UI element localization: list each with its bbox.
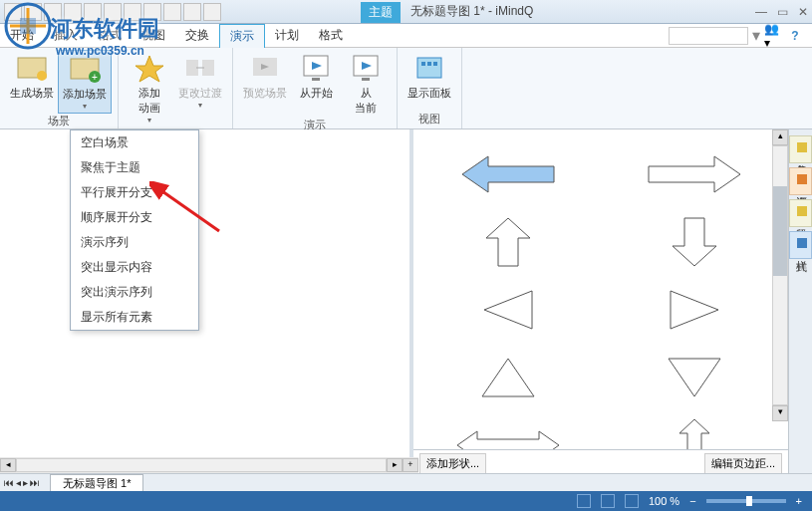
- zoom-level[interactable]: 100 %: [649, 495, 679, 507]
- transition-icon: [184, 52, 216, 84]
- svg-rect-18: [417, 58, 441, 78]
- side-panel-tabs: 任务信息 资源库 注释 样式: [788, 129, 812, 477]
- maximize-button[interactable]: ▭: [777, 5, 788, 19]
- svg-marker-27: [484, 291, 532, 329]
- view-mode-2-icon[interactable]: [601, 494, 615, 508]
- add-animation-button[interactable]: 添加 动画 ▾: [125, 50, 174, 127]
- shapes-vscrollbar[interactable]: ▴▾: [772, 129, 788, 421]
- qat-print-icon[interactable]: [64, 3, 82, 21]
- tab-view[interactable]: 视图: [132, 24, 175, 47]
- document-tab[interactable]: 无标题导图 1*: [50, 474, 143, 492]
- shape-arrow-right[interactable]: [616, 145, 772, 203]
- from-current-button[interactable]: 从 当前: [341, 50, 391, 118]
- style-dropdown-icon[interactable]: 👥▾: [764, 27, 782, 45]
- svg-rect-17: [362, 78, 370, 81]
- qat-icon-8[interactable]: [143, 3, 161, 21]
- context-tab-theme[interactable]: 主题: [361, 2, 401, 23]
- shape-triangle-right[interactable]: [616, 281, 772, 339]
- qat-undo-icon[interactable]: [84, 3, 102, 21]
- tab-nav-prev[interactable]: ◂: [16, 477, 21, 488]
- add-shape-button[interactable]: 添加形状...: [419, 453, 486, 474]
- qat-redo-icon[interactable]: [104, 3, 122, 21]
- edit-margin-button[interactable]: 编辑页边距...: [704, 453, 782, 474]
- svg-marker-25: [486, 218, 530, 266]
- tab-plan[interactable]: 计划: [265, 24, 309, 47]
- side-tab-styles[interactable]: 样式: [789, 231, 812, 259]
- zoom-slider[interactable]: [706, 499, 786, 503]
- play-from-start-icon: [300, 52, 332, 84]
- qat-new-icon[interactable]: [4, 3, 22, 21]
- tab-nav-last[interactable]: ⏭: [30, 477, 40, 488]
- zoom-out-button[interactable]: −: [689, 495, 695, 507]
- qat-icon-10[interactable]: [183, 3, 201, 21]
- side-tab-notes[interactable]: 注释: [789, 199, 812, 227]
- minimize-button[interactable]: —: [755, 5, 767, 19]
- show-panel-button[interactable]: 显示面板: [404, 50, 455, 112]
- svg-marker-26: [673, 218, 716, 266]
- shape-triangle-left[interactable]: [429, 281, 586, 339]
- tab-home[interactable]: 开始: [0, 24, 44, 47]
- search-input[interactable]: [669, 27, 748, 45]
- ribbon-group-view-label: 视图: [404, 112, 455, 128]
- dropdown-parallel-branch[interactable]: 平行展开分支: [71, 180, 198, 205]
- shape-triangle-up[interactable]: [429, 349, 586, 406]
- document-tab-bar: ⏮ ◂ ▸ ⏭ 无标题导图 1*: [0, 473, 812, 491]
- window-title: 无标题导图 1* - iMindQ: [410, 3, 533, 20]
- shape-arrow-up[interactable]: [429, 213, 586, 271]
- dropdown-highlight-content[interactable]: 突出显示内容: [71, 255, 198, 280]
- svg-rect-21: [433, 62, 437, 66]
- view-mode-3-icon[interactable]: [625, 494, 639, 508]
- close-button[interactable]: ✕: [798, 5, 808, 19]
- dropdown-present-sequence[interactable]: 演示序列: [71, 230, 198, 255]
- qat-icon-7[interactable]: [124, 3, 141, 21]
- svg-marker-24: [649, 156, 740, 192]
- from-start-button[interactable]: 从开始: [291, 50, 341, 118]
- dropdown-blank-scene[interactable]: 空白场景: [71, 130, 198, 155]
- shape-arrow-down[interactable]: [616, 213, 772, 271]
- tab-nav-next[interactable]: ▸: [23, 477, 28, 488]
- generate-scene-button[interactable]: 生成场景: [6, 50, 58, 114]
- generate-scene-icon: [16, 52, 48, 84]
- qat-open-icon[interactable]: [24, 3, 42, 21]
- shape-arrow-left[interactable]: [429, 145, 586, 203]
- add-scene-button[interactable]: + 添加场景 ▾: [58, 50, 112, 114]
- view-mode-1-icon[interactable]: [577, 494, 591, 508]
- dropdown-focus-topic[interactable]: 聚焦于主题: [71, 155, 198, 180]
- tab-insert[interactable]: 插入: [44, 24, 88, 47]
- chevron-down-icon: ▾: [83, 102, 87, 111]
- ribbon-group-scene-label: 场景: [6, 114, 112, 130]
- help-icon[interactable]: ?: [786, 27, 804, 45]
- tab-exchange[interactable]: 交换: [175, 24, 219, 47]
- play-from-current-icon: [350, 52, 382, 84]
- status-bar: 100 % − +: [0, 491, 812, 511]
- dropdown-sequential-branch[interactable]: 顺序展开分支: [71, 205, 198, 230]
- svg-marker-29: [482, 359, 534, 396]
- tab-format2[interactable]: 格式: [309, 24, 353, 47]
- canvas-hscrollbar[interactable]: ◂▸+: [0, 457, 418, 473]
- add-page-button[interactable]: +: [403, 458, 418, 472]
- svg-rect-20: [427, 62, 431, 66]
- add-scene-dropdown: 空白场景 聚焦于主题 平行展开分支 顺序展开分支 演示序列 突出显示内容 突出演…: [70, 129, 199, 331]
- svg-text:+: +: [92, 72, 98, 83]
- tab-nav-first[interactable]: ⏮: [4, 477, 14, 488]
- side-tab-resources[interactable]: 资源库: [789, 167, 812, 195]
- title-bar: 主题 无标题导图 1* - iMindQ — ▭ ✕: [0, 0, 812, 24]
- qat-icon-11[interactable]: [203, 3, 221, 21]
- shape-double-arrow-h[interactable]: [429, 416, 586, 449]
- add-scene-icon: +: [69, 53, 101, 85]
- svg-rect-14: [312, 78, 320, 81]
- qat-save-icon[interactable]: [44, 3, 62, 21]
- panel-icon: [413, 52, 445, 84]
- shape-triangle-down[interactable]: [616, 349, 772, 406]
- qat-icon-9[interactable]: [163, 3, 181, 21]
- tab-presentation[interactable]: 演示: [219, 24, 265, 48]
- side-tab-task-info[interactable]: 任务信息: [789, 135, 812, 163]
- canvas[interactable]: 空白场景 聚焦于主题 平行展开分支 顺序展开分支 演示序列 突出显示内容 突出演…: [0, 129, 413, 477]
- tab-format[interactable]: 格式: [88, 24, 132, 47]
- dropdown-highlight-sequence[interactable]: 突出演示序列: [71, 280, 198, 305]
- zoom-in-button[interactable]: +: [796, 495, 802, 507]
- preview-icon: [249, 52, 281, 84]
- dropdown-show-all[interactable]: 显示所有元素: [71, 305, 198, 330]
- svg-marker-32: [679, 419, 709, 449]
- shape-double-arrow-v[interactable]: [616, 416, 772, 449]
